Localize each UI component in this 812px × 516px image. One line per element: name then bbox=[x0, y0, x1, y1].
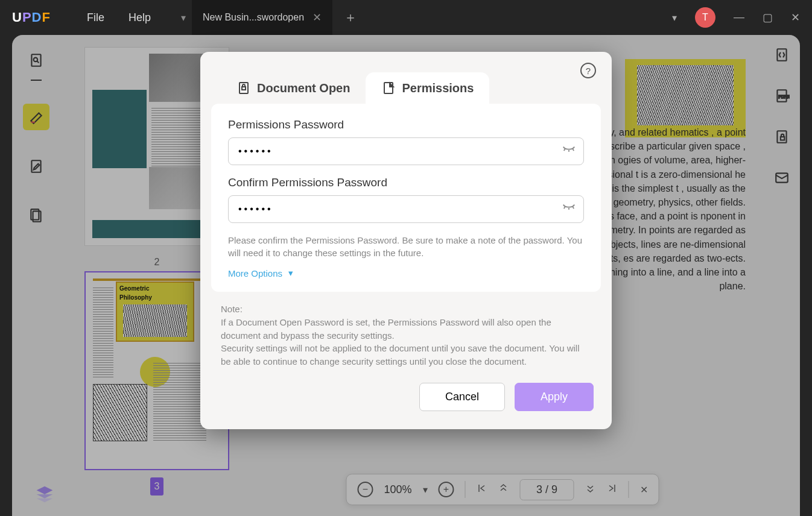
tab-title: New Busin...swordopen bbox=[203, 12, 304, 23]
title-bar: UPDF File Help ▾ New Busin...swordopen ✕… bbox=[0, 0, 812, 35]
help-icon[interactable]: ? bbox=[580, 63, 596, 78]
note-text-2: Security settings will not be applied to… bbox=[221, 342, 591, 368]
tab-document-open[interactable]: Document Open bbox=[221, 72, 366, 104]
document-tab[interactable]: New Busin...swordopen ✕ bbox=[192, 0, 332, 35]
tab-permissions-label: Permissions bbox=[402, 81, 474, 95]
tabs-dropdown[interactable]: ▾ bbox=[175, 0, 192, 35]
show-password-icon[interactable] bbox=[562, 145, 576, 157]
note-label: Note: bbox=[221, 303, 591, 316]
window-controls-area: ▾ T — ▢ ✕ bbox=[672, 7, 800, 28]
new-tab-button[interactable]: ＋ bbox=[338, 8, 363, 27]
menu-help[interactable]: Help bbox=[128, 11, 151, 24]
note-text-1: If a Document Open Password is set, the … bbox=[221, 316, 591, 342]
dialog-tabs: Document Open Permissions bbox=[200, 52, 612, 104]
main-menu: File Help bbox=[87, 11, 151, 24]
menu-file[interactable]: File bbox=[87, 11, 104, 24]
cancel-button[interactable]: Cancel bbox=[419, 383, 505, 411]
chevron-down-icon[interactable]: ▾ bbox=[672, 12, 677, 24]
tab-document-open-label: Document Open bbox=[257, 81, 350, 95]
close-icon[interactable]: ✕ bbox=[312, 11, 322, 24]
password-helper-text: Please confirm the Permissions Password.… bbox=[228, 234, 584, 259]
show-confirm-password-icon[interactable] bbox=[562, 203, 576, 215]
more-options-label: More Options bbox=[228, 268, 282, 278]
svg-rect-13 bbox=[242, 87, 246, 90]
more-options-link[interactable]: More Options ▾ bbox=[228, 268, 584, 278]
user-avatar[interactable]: T bbox=[695, 7, 715, 28]
app-logo: UPDF bbox=[12, 10, 51, 25]
chevron-down-icon: ▾ bbox=[288, 268, 293, 278]
maximize-button[interactable]: ▢ bbox=[763, 11, 773, 24]
permissions-password-input[interactable] bbox=[228, 137, 584, 165]
dialog-body: Permissions Password Confirm Permissions… bbox=[211, 104, 601, 292]
confirm-password-label: Confirm Permissions Password bbox=[228, 176, 584, 189]
confirm-password-input[interactable] bbox=[228, 195, 584, 223]
document-tabs: ▾ New Busin...swordopen ✕ ＋ bbox=[175, 0, 363, 35]
note-section: Note: If a Document Open Password is set… bbox=[200, 292, 612, 368]
tab-permissions[interactable]: Permissions bbox=[366, 72, 489, 104]
permissions-password-label: Permissions Password bbox=[228, 118, 584, 131]
password-dialog: ? Document Open Permissions Permissions … bbox=[200, 52, 612, 429]
close-window-button[interactable]: ✕ bbox=[791, 11, 800, 24]
minimize-button[interactable]: — bbox=[734, 11, 744, 24]
apply-button[interactable]: Apply bbox=[515, 383, 594, 411]
dialog-actions: Cancel Apply bbox=[200, 368, 612, 429]
